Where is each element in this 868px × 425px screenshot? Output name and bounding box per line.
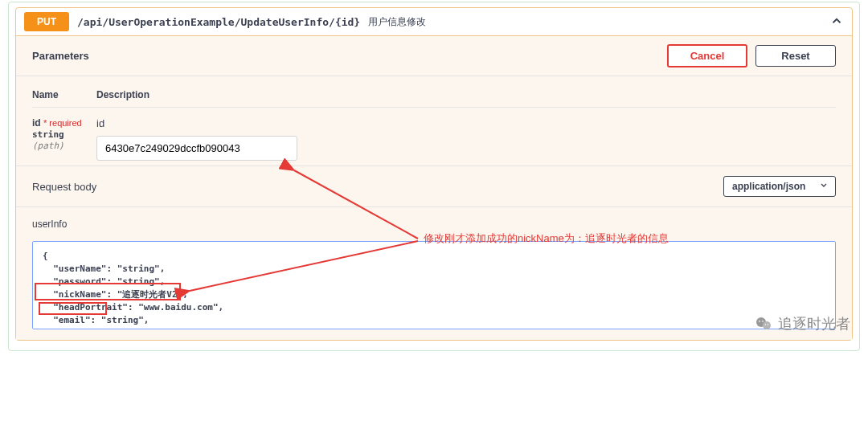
reset-button[interactable]: Reset bbox=[755, 45, 836, 67]
svg-point-6 bbox=[762, 321, 764, 322]
param-in: (path) bbox=[32, 141, 64, 151]
wechat-icon bbox=[754, 314, 773, 333]
request-body-section: userInfo bbox=[16, 207, 852, 340]
request-body-title: Request body bbox=[32, 181, 96, 193]
annotation-text: 修改刚才添加成功的nickName为：追逐时光者的信息 bbox=[424, 231, 669, 246]
parameter-row: id * required string (path) id bbox=[32, 117, 836, 161]
svg-point-7 bbox=[765, 324, 766, 325]
operation-header[interactable]: PUT /api/UserOperationExample/UpdateUser… bbox=[16, 8, 852, 35]
body-param-name: userInfo bbox=[32, 219, 836, 230]
cancel-button[interactable]: Cancel bbox=[667, 44, 747, 67]
parameters-title: Parameters bbox=[32, 50, 89, 62]
watermark: 追逐时光者 bbox=[754, 314, 850, 333]
svg-point-8 bbox=[768, 324, 768, 325]
col-header-name: Name bbox=[32, 89, 96, 100]
parameters-bar: Parameters Cancel Reset bbox=[16, 36, 852, 76]
watermark-text: 追逐时光者 bbox=[778, 314, 850, 333]
param-type: string bbox=[32, 129, 64, 140]
endpoint-path: /api/UserOperationExample/UpdateUserInfo… bbox=[77, 16, 360, 28]
required-label: * required bbox=[43, 118, 82, 128]
content-type-value: application/json bbox=[732, 181, 805, 192]
operation-block: PUT /api/UserOperationExample/UpdateUser… bbox=[15, 7, 853, 341]
request-body-textarea[interactable] bbox=[32, 241, 836, 329]
param-description: id bbox=[96, 117, 836, 129]
param-value-input[interactable] bbox=[96, 136, 297, 161]
chevron-down-icon bbox=[819, 181, 829, 193]
svg-point-5 bbox=[759, 321, 760, 322]
param-name: id bbox=[32, 117, 41, 129]
col-header-description: Description bbox=[96, 89, 149, 100]
operations-container: PUT /api/UserOperationExample/UpdateUser… bbox=[8, 2, 860, 351]
svg-point-4 bbox=[763, 321, 771, 329]
chevron-up-icon bbox=[829, 14, 844, 31]
content-type-select[interactable]: application/json bbox=[723, 176, 836, 197]
http-method-badge: PUT bbox=[24, 12, 69, 31]
operation-body: Parameters Cancel Reset Name Description… bbox=[16, 35, 852, 340]
operation-summary: 用户信息修改 bbox=[368, 15, 426, 29]
parameters-table: Name Description id * required string (p… bbox=[16, 76, 852, 166]
page-root: { "operation":{ "method":"PUT", "path":"… bbox=[0, 2, 868, 351]
request-body-bar: Request body application/json bbox=[16, 166, 852, 207]
